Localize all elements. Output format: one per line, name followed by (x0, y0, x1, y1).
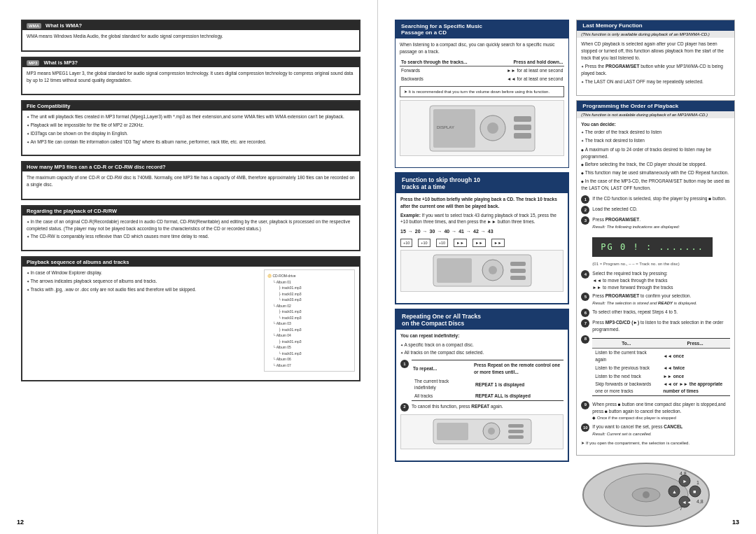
repeat-row1-value: REPEAT 1 is displayed (472, 377, 564, 393)
mp3-icon: MP3 (27, 60, 39, 66)
page-number-left: 12 (17, 519, 24, 526)
press-row1-action: Listen to the current track again (592, 349, 660, 364)
press-row4-press: ◄◄ or ►► the appropriate number of times (660, 380, 730, 395)
repeat-col2: Press Repeat on the remote control one o… (472, 360, 564, 377)
wma-body: WMA means Windows Media Audio, the globa… (22, 30, 359, 45)
svg-rect-14 (510, 276, 526, 280)
svg-text:4,8: 4,8 (696, 499, 704, 504)
repeat-step2-text: To cancel this function, press REPEAT ag… (412, 403, 564, 410)
manual-page: WMA What is WMA? WMA means Windows Media… (0, 0, 756, 534)
svg-rect-21 (508, 435, 524, 439)
prog-step-3: 3 Press PROGRAM/SET.Result: The followin… (581, 216, 730, 230)
mp3-title: MP3 What is MP3? (22, 58, 359, 67)
searching-body: When listening to a compact disc, you ca… (396, 38, 568, 162)
svg-text:◄◄: ◄◄ (682, 500, 692, 505)
searching-device-image: DISPLAY (400, 100, 564, 156)
skip-sequence: 15→20→30→40→41→42→43 (400, 228, 564, 236)
repeat-step-2: 2 To cancel this function, press REPEAT … (400, 403, 564, 412)
cdrw-body: In the case of an original CD-R(Recordab… (22, 216, 359, 244)
wma-section: WMA What is WMA? WMA means Windows Media… (21, 20, 360, 52)
list-item: ID3Tags can be shown on the display in E… (27, 130, 355, 137)
repeat-intro: You can repeat indefinitely: (400, 332, 564, 339)
svg-text:DISPLAY: DISPLAY (437, 125, 454, 129)
press-table: To... Press... Listen to the current tra… (592, 338, 730, 396)
list-item: In case of Window Explorer display. (27, 269, 258, 276)
press-row3-press: ►► once (660, 372, 730, 381)
cdrw-title: Regarding the playback of CD-R/RW (22, 206, 359, 216)
file-compat-section: File Compatibility The unit will playbac… (21, 100, 360, 156)
skip-device-image (400, 250, 564, 292)
wma-icon: WMA (27, 23, 41, 29)
skip-title: Function to skip through 10tracks at a t… (396, 174, 568, 193)
searching-title: Searching for a Specific MusicPassage on… (396, 20, 568, 38)
repeat-col1: To repeat... (412, 360, 472, 377)
svg-point-11 (489, 266, 497, 274)
tree-diagram: 📀 CD-ROM-drive └ Album 01 ├ track01.mp3 … (264, 269, 355, 372)
list-item: Tracks with .jpg, .wav or .doc only are … (27, 286, 258, 293)
programming-body: You can decide: The order of the track d… (577, 118, 734, 450)
list-item: The arrows indicates playback sequence o… (27, 278, 258, 285)
svg-text:▲: ▲ (672, 489, 677, 494)
press-row2-press: ◄◄ twice (660, 364, 730, 372)
skip-body: Press the +10 button briefly while playi… (396, 193, 568, 297)
step-num-1: 1 (400, 360, 409, 368)
you-can-decide-header: You can decide: (581, 121, 730, 128)
prog-step-1: 1 If the CD function is selected, stop t… (581, 195, 730, 204)
list-item: The unit will playback files created in … (27, 113, 355, 120)
prog-step-10: 10 If you want to cancel the set, press … (581, 423, 730, 437)
prog-step-2: 2 Load the selected CD. (581, 206, 730, 214)
programming-notes: A maximum of up to 24 order of tracks de… (581, 146, 730, 192)
press-col2: Press... (660, 338, 730, 349)
prog-step-6: 6 To select other tracks, repeat Steps 4… (581, 309, 730, 317)
programming-subtitle: (This function is not available during p… (577, 111, 734, 118)
svg-rect-4 (514, 116, 531, 122)
list-item: An MP3 file can contain file information… (27, 139, 355, 146)
playback-seq-body: In case of Window Explorer display. The … (22, 267, 359, 374)
mp3-body: MP3 means MPEG1 Layer 3, the global stan… (22, 67, 359, 89)
prog-step-9: 9 When press ■ button one time compact d… (581, 401, 730, 422)
prog-step-7: 7 Press MP3·CD/CD (►) to listen to the t… (581, 319, 730, 333)
prog-step-5: 5 Press PROGRAM/SET to confirm your sele… (581, 293, 730, 307)
wma-title: WMA What is WMA? (22, 21, 359, 30)
prog-step-4: 4 Select the required track by pressing:… (581, 270, 730, 290)
skip-intro: Press the +10 button briefly while playi… (400, 197, 557, 209)
svg-text:►: ► (682, 479, 687, 484)
list-item: The LAST ON and LAST OFF may be repeated… (581, 78, 730, 85)
svg-rect-13 (510, 269, 526, 273)
svg-rect-19 (508, 424, 524, 428)
repeat-step-1: 1 To repeat... Press Repeat on the remot… (400, 360, 564, 401)
repeat-device-image (400, 414, 564, 449)
bottom-device-image: ► ■ ◄◄ ▲ 4,8 4,8 1 7 (576, 460, 735, 531)
list-item: In the case of an original CD-R(Recordab… (27, 218, 355, 232)
svg-rect-5 (514, 125, 531, 130)
search-row2-button: ◄◄ for at least one second (498, 75, 564, 83)
search-col2-header: Press and hold down... (498, 58, 564, 66)
page-number-right: 13 (732, 519, 739, 526)
list-item: The track not desired to listen (581, 137, 730, 144)
searching-section: Searching for a Specific MusicPassage on… (395, 20, 569, 168)
programming-title: Programming the Order of Playback (577, 101, 734, 111)
repeat-row1-action: The current track indefinitely (412, 377, 472, 393)
step-num-2: 2 (400, 403, 409, 412)
svg-text:4,8: 4,8 (680, 471, 687, 476)
list-item: Playback will be impossible for the file… (27, 122, 355, 129)
file-compat-title: File Compatibility (22, 101, 359, 111)
last-memory-title: Last Memory Function (577, 20, 734, 31)
searching-note: ➤ It is recommended that you turn the vo… (400, 86, 564, 97)
svg-point-3 (487, 122, 498, 134)
search-row2-action: Backwards (400, 75, 498, 83)
svg-rect-12 (510, 262, 526, 266)
last-memory-subtitle: (This function is only available during … (577, 31, 734, 38)
final-note: ➤ If you open the compartment, the selec… (581, 440, 730, 447)
press-row2-action: Listen to the previous track (592, 364, 660, 372)
press-row4-action: Skip forwards or backwards one or more t… (592, 380, 660, 395)
svg-text:1: 1 (696, 480, 699, 485)
svg-rect-6 (514, 133, 531, 139)
mp3-section: MP3 What is MP3? MP3 means MPEG1 Layer 3… (21, 57, 360, 96)
press-row1-press: ◄◄ once (660, 349, 730, 364)
svg-text:7: 7 (680, 506, 682, 511)
svg-text:■: ■ (693, 489, 696, 494)
repeat-body: You can repeat indefinitely: A specific … (396, 330, 568, 455)
svg-point-25 (643, 491, 650, 498)
left-page: WMA What is WMA? WMA means Windows Media… (0, 0, 378, 534)
